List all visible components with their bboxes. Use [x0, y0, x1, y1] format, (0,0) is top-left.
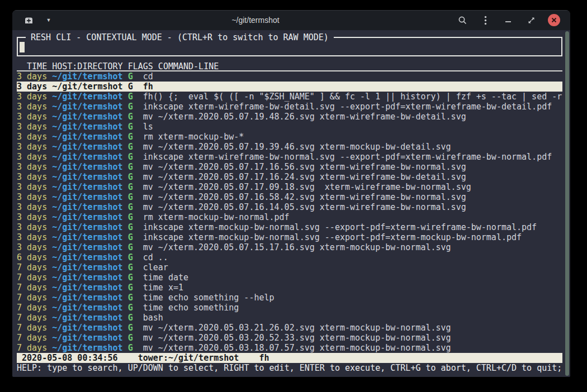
history-time: 3 days	[17, 102, 52, 112]
history-command: inkscape xterm-mockup-bw-normal.svg --ex…	[143, 232, 562, 242]
history-directory: ~/git/termshot	[52, 323, 127, 333]
history-command: fh	[143, 82, 562, 92]
history-time: 7 days	[17, 343, 52, 353]
history-flags: G	[128, 152, 143, 162]
restore-button[interactable]	[524, 13, 538, 27]
history-time: 7 days	[17, 323, 52, 333]
table-header: TIME HOST:DIRECTORY FLAGS COMMAND-LINE	[17, 61, 562, 71]
history-time: 7 days	[17, 262, 52, 273]
history-command: inkscape xterm-wireframe-bw-detail.svg -…	[143, 102, 562, 112]
history-row[interactable]: 3 days ~/git/termshot G mv ~/xterm.2020.…	[17, 192, 562, 202]
history-time: 7 days	[17, 283, 52, 293]
history-directory: ~/git/termshot	[52, 343, 127, 353]
history-command: clear	[143, 262, 562, 273]
history-flags: G	[128, 112, 143, 122]
history-row[interactable]: 3 days ~/git/termshot G mv ~/xterm.2020.…	[17, 202, 562, 212]
history-time: 3 days	[17, 142, 52, 152]
input-cursor	[20, 42, 25, 52]
history-directory: ~/git/termshot	[52, 182, 127, 192]
history-flags: G	[128, 242, 143, 252]
history-flags: G	[128, 293, 143, 303]
history-flags: G	[128, 343, 143, 353]
history-time: 6 days	[17, 252, 52, 262]
history-directory: ~/git/termshot	[52, 92, 127, 102]
history-time: 3 days	[17, 232, 52, 242]
history-directory: ~/git/termshot	[52, 202, 127, 212]
history-flags: G	[128, 313, 143, 323]
history-directory: ~/git/termshot	[52, 262, 127, 273]
history-command: mv ~/xterm.2020.05.03.21.26.02.svg xterm…	[143, 323, 562, 333]
history-directory: ~/git/termshot	[52, 132, 127, 142]
history-time: 7 days	[17, 333, 52, 343]
restore-icon	[528, 17, 535, 24]
history-command: cd ..	[143, 252, 562, 262]
scrollbar[interactable]	[565, 31, 569, 376]
history-directory: ~/git/termshot	[52, 242, 127, 252]
history-flags: G	[128, 222, 143, 232]
history-row[interactable]: 7 days ~/git/termshot G mv ~/xterm.2020.…	[17, 333, 562, 343]
history-time: 3 days	[17, 112, 52, 122]
history-row[interactable]: 3 days ~/git/termshot G inkscape xterm-w…	[17, 152, 562, 162]
history-flags: G	[128, 82, 143, 92]
history-row[interactable]: 7 days ~/git/termshot G time echo someth…	[17, 293, 562, 303]
history-row[interactable]: 7 days ~/git/termshot G bash	[17, 313, 562, 323]
history-row[interactable]: 3 days ~/git/termshot G mv ~/xterm.2020.…	[17, 182, 562, 192]
minimize-button[interactable]	[501, 13, 515, 27]
history-flags: G	[128, 323, 143, 333]
history-directory: ~/git/termshot	[52, 283, 127, 293]
history-time: 3 days	[17, 202, 52, 212]
history-directory: ~/git/termshot	[52, 212, 127, 222]
history-command: time date	[143, 273, 562, 283]
history-time: 3 days	[17, 172, 52, 182]
history-command: mv ~/xterm.2020.05.07.19.39.46.svg xterm…	[143, 142, 562, 152]
history-command: mv ~/xterm.2020.05.07.16.58.42.svg xterm…	[143, 192, 562, 202]
history-row[interactable]: 7 days ~/git/termshot G time date	[17, 273, 562, 283]
history-flags: G	[128, 303, 143, 313]
search-button[interactable]	[455, 13, 470, 27]
terminal-window: ▼ ~/git/termshot	[12, 10, 570, 377]
history-row[interactable]: 3 days ~/git/termshot G rm xterm-mockup-…	[17, 132, 562, 142]
history-row[interactable]: 3 days ~/git/termshot G mv ~/xterm.2020.…	[17, 172, 562, 182]
history-row[interactable]: 7 days ~/git/termshot G mv ~/xterm.2020.…	[17, 343, 562, 353]
history-flags: G	[128, 132, 143, 142]
history-directory: ~/git/termshot	[52, 293, 127, 303]
history-time: 3 days	[17, 212, 52, 222]
history-row[interactable]: 3 days ~/git/termshot G inkscape xterm-w…	[17, 102, 562, 112]
tab-dropdown-button[interactable]: ▼	[41, 13, 56, 27]
close-button[interactable]	[547, 13, 561, 27]
history-row[interactable]: 6 days ~/git/termshot G cd ..	[17, 252, 562, 262]
history-row[interactable]: 3 days ~/git/termshot G ls	[17, 122, 562, 132]
history-row[interactable]: 3 days ~/git/termshot G fh() {; eval $( …	[17, 92, 562, 102]
history-row[interactable]: 3 days ~/git/termshot G inkscape xterm-m…	[17, 232, 562, 242]
history-row[interactable]: 7 days ~/git/termshot G clear	[17, 262, 562, 273]
history-flags: G	[128, 182, 143, 192]
window-title: ~/git/termshot	[56, 16, 455, 25]
history-row[interactable]: 3 days ~/git/termshot G mv ~/xterm.2020.…	[17, 112, 562, 122]
history-time: 7 days	[17, 313, 52, 323]
history-time: 7 days	[17, 293, 52, 303]
history-directory: ~/git/termshot	[52, 172, 127, 182]
history-time: 3 days	[17, 152, 52, 162]
history-time: 3 days	[17, 82, 52, 92]
history-command: rm xterm-mockup-bw-normal.pdf	[143, 212, 562, 222]
history-row[interactable]: 3 days ~/git/termshot G fh	[17, 82, 562, 92]
history-row[interactable]: 7 days ~/git/termshot G mv ~/xterm.2020.…	[17, 323, 562, 333]
history-directory: ~/git/termshot	[52, 152, 127, 162]
history-flags: G	[128, 212, 143, 222]
menu-button[interactable]	[478, 13, 493, 27]
history-directory: ~/git/termshot	[52, 162, 127, 172]
history-row[interactable]: 3 days ~/git/termshot G mv ~/xterm.2020.…	[17, 162, 562, 172]
titlebar: ▼ ~/git/termshot	[12, 10, 570, 30]
new-tab-button[interactable]	[21, 13, 36, 27]
history-row[interactable]: 7 days ~/git/termshot G time x=1	[17, 283, 562, 293]
history-time: 7 days	[17, 303, 52, 313]
history-row[interactable]: 7 days ~/git/termshot G time echo someth…	[17, 303, 562, 313]
history-command: mv ~/xterm.2020.05.07.17.16.56.svg xterm…	[143, 162, 562, 172]
history-row[interactable]: 3 days ~/git/termshot G inkscape xterm-m…	[17, 222, 562, 232]
history-row[interactable]: 3 days ~/git/termshot G mv ~/xterm.2020.…	[17, 142, 562, 152]
history-directory: ~/git/termshot	[52, 82, 127, 92]
history-list: 3 days ~/git/termshot G cd 3 days ~/git/…	[17, 71, 562, 353]
history-row[interactable]: 3 days ~/git/termshot G rm xterm-mockup-…	[17, 212, 562, 222]
history-row[interactable]: 3 days ~/git/termshot G cd	[17, 71, 562, 82]
history-row[interactable]: 3 days ~/git/termshot G mv ~/xterm.2020.…	[17, 242, 562, 252]
